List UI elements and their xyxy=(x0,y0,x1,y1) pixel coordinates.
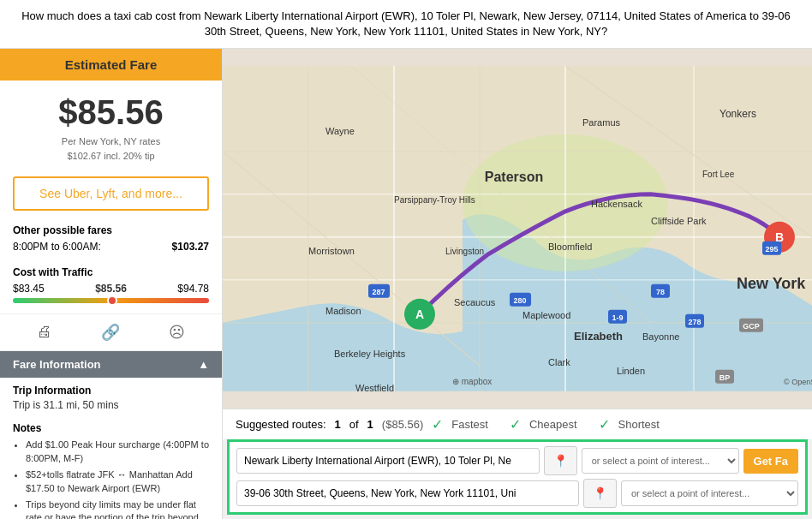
fare-per-note: Per New York, NY rates xyxy=(0,136,222,151)
svg-text:GCP: GCP xyxy=(743,322,760,331)
svg-text:Clark: Clark xyxy=(548,357,570,367)
get-fare-button[interactable]: Get Fa xyxy=(743,449,798,474)
svg-text:⊕ mapbox: ⊕ mapbox xyxy=(452,377,492,386)
svg-text:1-9: 1-9 xyxy=(612,313,623,322)
night-fare-row: 8:00PM to 6:00AM: $103.27 xyxy=(13,241,209,253)
svg-text:Berkeley Heights: Berkeley Heights xyxy=(334,349,406,359)
uber-lyft-button[interactable]: See Uber, Lyft, and more... xyxy=(13,176,209,211)
shortest-check-icon: ✓ xyxy=(599,416,610,432)
svg-text:New York: New York xyxy=(737,275,806,292)
svg-text:Parsippany-Troy Hills: Parsippany-Troy Hills xyxy=(394,195,475,205)
svg-text:Elizabeth: Elizabeth xyxy=(574,330,623,343)
cost-traffic-section: Cost with Traffic $83.45 $85.56 $94.78 xyxy=(0,262,222,313)
notes-title: Notes xyxy=(13,422,209,434)
to-input[interactable] xyxy=(236,480,579,506)
fare-info-label: Fare Information xyxy=(13,358,101,371)
left-panel: Estimated Fare $85.56 Per New York, NY r… xyxy=(0,49,223,519)
map-svg: A B Paterson Wayne Paramus Yonkers Parsi… xyxy=(223,49,812,409)
svg-text:BP: BP xyxy=(719,373,731,382)
svg-text:A: A xyxy=(415,307,424,321)
night-value: $103.27 xyxy=(172,241,209,253)
to-poi-select[interactable]: or select a point of interest... xyxy=(621,480,798,506)
svg-text:Westfield: Westfield xyxy=(355,383,394,393)
traffic-values-row: $83.45 $85.56 $94.78 xyxy=(13,283,209,295)
notes-list: Add $1.00 Peak Hour surcharge (4:00PM to… xyxy=(13,438,209,519)
note-item-3: Trips beyond city limits may be under fl… xyxy=(26,498,209,519)
svg-text:Maplewood: Maplewood xyxy=(522,310,570,320)
trip-info-section: Trip Information Trip is 31.1 mi, 50 min… xyxy=(0,378,222,418)
route-count: 1 xyxy=(335,418,341,431)
fare-info-collapse-icon: ▲ xyxy=(198,358,209,371)
trip-info-title: Trip Information xyxy=(13,385,209,397)
feedback-icon[interactable]: ☹ xyxy=(169,323,185,342)
svg-text:© OpenSt...: © OpenSt... xyxy=(784,378,812,386)
other-fares-section: Other possible fares 8:00PM to 6:00AM: $… xyxy=(0,218,222,262)
note-item-2: $52+tolls flatrate JFK ↔ Manhattan Add $… xyxy=(26,468,209,495)
svg-text:Madison: Madison xyxy=(325,306,361,316)
svg-text:Bloomfield: Bloomfield xyxy=(548,242,592,252)
action-icons-row: 🖨 🔗 ☹ xyxy=(0,313,222,351)
fare-amount: $85.56 xyxy=(0,81,222,136)
map-container[interactable]: A B Paterson Wayne Paramus Yonkers Parsi… xyxy=(223,49,812,409)
cheapest-check-icon: ✓ xyxy=(510,416,521,432)
question-header: How much does a taxi cab cost from Newar… xyxy=(0,0,812,49)
note-item-1: Add $1.00 Peak Hour surcharge (4:00PM to… xyxy=(26,438,209,465)
link-icon[interactable]: 🔗 xyxy=(101,323,120,342)
svg-text:Paramus: Paramus xyxy=(582,117,621,128)
shortest-label: Shortest xyxy=(618,418,660,431)
traffic-mid: $85.56 xyxy=(95,283,127,295)
svg-text:Secaucus: Secaucus xyxy=(454,297,496,307)
notes-section: Notes Add $1.00 Peak Hour surcharge (4:0… xyxy=(0,418,222,519)
svg-text:Fort Lee: Fort Lee xyxy=(702,170,735,179)
svg-text:278: 278 xyxy=(688,318,701,326)
fare-incl-tip: $102.67 incl. 20% tip xyxy=(0,151,222,170)
print-icon[interactable]: 🖨 xyxy=(37,323,52,342)
input-section: 📍 or select a point of interest... Get F… xyxy=(227,439,808,515)
to-location-pin-btn[interactable]: 📍 xyxy=(583,479,617,508)
svg-text:78: 78 xyxy=(656,288,665,296)
cheapest-label: Cheapest xyxy=(529,418,577,431)
svg-text:Wayne: Wayne xyxy=(325,126,355,136)
traffic-low: $83.45 xyxy=(13,283,45,295)
traffic-gradient-bar xyxy=(13,298,209,303)
from-input[interactable] xyxy=(236,448,540,474)
svg-text:Bayonne: Bayonne xyxy=(642,331,679,342)
from-poi-select[interactable]: or select a point of interest... xyxy=(582,448,739,474)
svg-text:Paterson: Paterson xyxy=(485,170,543,184)
to-row: 📍 or select a point of interest... xyxy=(236,479,798,508)
right-panel: A B Paterson Wayne Paramus Yonkers Parsi… xyxy=(223,49,812,519)
other-fares-label: Other possible fares xyxy=(13,224,209,236)
svg-text:280: 280 xyxy=(513,296,526,305)
suggested-routes-label: Suggested routes: xyxy=(236,418,326,431)
traffic-high: $94.78 xyxy=(177,283,209,295)
question-text: How much does a taxi cab cost from Newar… xyxy=(21,9,791,38)
svg-text:295: 295 xyxy=(765,245,778,254)
estimated-fare-header: Estimated Fare xyxy=(0,49,222,81)
route-price: ($85.56) xyxy=(382,418,423,431)
route-bar: Suggested routes: 1 of 1 ($85.56) ✓ Fast… xyxy=(223,409,812,439)
svg-text:Cliffside Park: Cliffside Park xyxy=(651,216,707,226)
from-row: 📍 or select a point of interest... Get F… xyxy=(236,446,798,475)
traffic-label: Cost with Traffic xyxy=(13,266,209,278)
route-of: of xyxy=(349,418,359,431)
traffic-marker xyxy=(107,295,117,306)
from-location-pin-btn[interactable]: 📍 xyxy=(544,446,577,475)
svg-text:Hackensack: Hackensack xyxy=(591,199,642,209)
fastest-label: Fastest xyxy=(451,418,488,431)
route-total: 1 xyxy=(367,418,373,431)
svg-text:Yonkers: Yonkers xyxy=(719,108,756,120)
night-label: 8:00PM to 6:00AM: xyxy=(13,241,101,253)
trip-info-content: Trip is 31.1 mi, 50 mins xyxy=(13,399,209,411)
svg-text:287: 287 xyxy=(372,288,385,296)
svg-text:Morristown: Morristown xyxy=(308,246,355,256)
fare-info-header[interactable]: Fare Information ▲ xyxy=(0,351,222,378)
svg-text:Linden: Linden xyxy=(617,366,645,376)
fastest-check-icon: ✓ xyxy=(432,416,443,432)
svg-text:Livingston: Livingston xyxy=(445,247,484,256)
